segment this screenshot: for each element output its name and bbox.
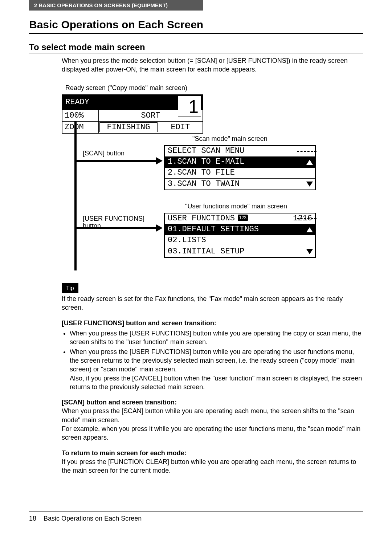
- footer-title: Basic Operations on Each Screen: [44, 515, 142, 522]
- scan-l4: 3.SCAN TO TWAIN: [165, 179, 315, 190]
- return-section: To return to main screen for each mode: …: [62, 449, 363, 475]
- title-rule: [29, 33, 363, 34]
- tip-badge: Tip: [62, 283, 78, 293]
- ready-finishing: FINISHING: [99, 122, 158, 132]
- return-heading: To return to main screen for each mode:: [62, 449, 187, 457]
- num-input-icon: 123: [238, 215, 248, 221]
- scan-l1: SELECT SCAN MENU: [165, 146, 315, 157]
- return-text: If you press the [FUNCTION CLEAR] button…: [62, 458, 356, 474]
- scan-l3: 2.SCAN TO FILE: [165, 168, 315, 179]
- user-l1-left: USER FUNCTIONS: [168, 213, 235, 224]
- scan-lcd: SELECT SCAN MENU 1.SCAN TO E-MAIL 2.SCAN…: [164, 145, 316, 190]
- uf-bullet-1: When you press the [USER FUNCTIONS] butt…: [70, 329, 363, 347]
- ready-row1: READY: [65, 97, 89, 108]
- scan-l2: 1.SCAN TO E-MAIL: [165, 157, 315, 168]
- diagram: Ready screen ("Copy mode" main screen) R…: [62, 83, 363, 276]
- arrow-icon: [156, 157, 163, 164]
- user-lcd: USER FUNCTIONS 123 1216 01.DEFAULT SETTI…: [164, 213, 316, 258]
- ready-zoom: ZOOM: [62, 122, 99, 133]
- uf-b2-sub: Also, if you press the [CANCEL] button w…: [70, 375, 362, 391]
- ready-edit: EDIT: [158, 122, 203, 133]
- copy-count: 1: [178, 96, 201, 117]
- up-arrow-icon: [306, 160, 313, 165]
- user-l2-text: 01.DEFAULT SETTINGS: [168, 224, 259, 235]
- uf-section: [USER FUNCTIONS] button and screen trans…: [62, 319, 363, 391]
- uf-b2-main: When you press the [USER FUNCTIONS] butt…: [70, 348, 355, 373]
- scan-heading: [SCAN] button and screen transition:: [62, 399, 177, 406]
- scan-section: [SCAN] button and screen transition: Whe…: [62, 398, 363, 442]
- page-title: Basic Operations on Each Screen: [29, 19, 363, 31]
- scan-p1: When you press the [SCAN] button while y…: [62, 407, 354, 423]
- section-heading: To select mode main screen: [29, 42, 363, 53]
- user-l4-text: 03.INITIAL SETUP: [168, 246, 244, 257]
- user-caption: "User functions mode" main screen: [185, 202, 287, 211]
- user-l3: 02.LISTS: [165, 235, 315, 246]
- scan-l4-text: 3.SCAN TO TWAIN: [168, 179, 240, 190]
- user-l4: 03.INITIAL SETUP: [165, 246, 315, 257]
- down-arrow-icon: [306, 249, 313, 254]
- scan-button-label: [SCAN] button: [83, 149, 124, 158]
- tip-text: If the ready screen is set for the Fax f…: [62, 294, 363, 312]
- branch-line-1: [74, 160, 158, 162]
- page-number: 18: [29, 515, 36, 522]
- intro-paragraph: When you press the mode selection button…: [62, 56, 363, 74]
- ready-lcd: READY 1 100% SORT ZOOM FINISHING EDIT: [62, 94, 203, 134]
- user-l2: 01.DEFAULT SETTINGS: [165, 224, 315, 235]
- user-l1: USER FUNCTIONS 123 1216: [165, 213, 315, 224]
- trunk-line: [74, 122, 77, 270]
- uf-bullet-2: When you press the [USER FUNCTIONS] butt…: [70, 347, 363, 391]
- chapter-header: 2 BASIC OPERATIONS ON SCREENS (EQUIPMENT…: [29, 0, 203, 11]
- ready-100: 100%: [62, 110, 99, 121]
- scan-p2: For example, when you press it while you…: [62, 425, 360, 441]
- footer: 18 Basic Operations on Each Screen: [29, 512, 363, 522]
- uf-heading: [USER FUNCTIONS] button and screen trans…: [62, 319, 216, 327]
- down-arrow-icon: [306, 182, 313, 187]
- user-l1-right: 1216: [293, 213, 312, 224]
- scan-caption: "Scan mode" main screen: [192, 134, 268, 143]
- userfunc-button-label: [USER FUNCTIONS] button: [83, 215, 152, 230]
- up-arrow-icon: [306, 227, 313, 232]
- arrow-icon: [156, 224, 163, 232]
- scan-l2-text: 1.SCAN TO E-MAIL: [168, 156, 244, 167]
- ready-caption: Ready screen ("Copy mode" main screen): [65, 83, 363, 92]
